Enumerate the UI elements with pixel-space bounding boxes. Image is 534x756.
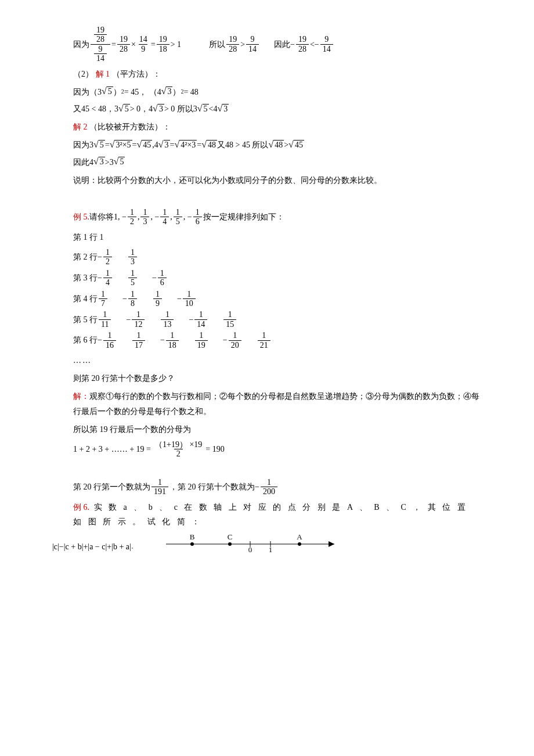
so-row19: 所以第 19 行最后一个数的分母为 [73,422,482,437]
solution-label: 解： [73,392,89,401]
radicand-compare: 因为 3√5 = √3²×5 = √45 , 4√3 = √4²×3 = √48… [73,138,482,152]
abs-expression: |c|−|c + b|+|a − c|+|b + a| [52,539,131,554]
example-6-expr-row: |c|−|c + b|+|a − c|+|b + a| 。 B C 0 1 A [52,532,482,560]
svg-point-6 [298,542,301,546]
example-6-label: 例 6. [73,503,89,512]
row-3: 第 3 行 −14 15 −16 [73,269,482,287]
line-because-fraction: 因为 1928 914 = 1928 × 149 = 1918 > 1 所以 1… [73,26,482,63]
part2-sol1-label: （2） 解 1 （平方法）： [73,67,482,81]
sol2-label: 解 2 （比较被开方数法）： [73,120,482,134]
svg-marker-1 [329,541,334,547]
row-1: 第 1 行 1 [73,230,482,244]
point-B: B [190,532,195,541]
row-6: 第 6 行 −116 117 −118 119 −120 121 [73,331,482,350]
example-5-label: 例 5. [73,210,89,224]
explanation: 说明：比较两个分数的大小，还可以化为小数或同分子的分数、同分母的分数来比较。 [73,173,482,188]
row-4: 第 4 行 17 −18 19 −110 [73,290,482,308]
therefore-line: 因此 4√3 > 3√5 [73,155,482,170]
svg-point-4 [190,542,194,546]
row-5: 第 5 行 111 −112 113 −114 115 [73,310,482,329]
example-5: 例 5. 请你将 1, − 12 , 13 , − 14 , 15 , − 16… [73,208,482,226]
question-row20: 则第 20 行第十个数是多少？ [73,371,482,386]
solution-1-label: 解 1 [96,70,110,78]
point-C: C [228,532,233,541]
big-fraction: 1928 914 [91,26,110,63]
point-A: A [297,532,302,541]
ellipsis: …… [73,353,482,368]
example-6: 例 6. 实 数 a 、 b 、 c 在 数 轴 上 对 应 的 点 分 别 是… [73,500,482,529]
solution-2-label: 解 2 [73,123,88,131]
number-line-diagram: B C 0 1 A [160,532,346,560]
observation: 解：观察①每行的数的个数与行数相同；②每个数的分母都是自然数呈递增趋势；③分母为… [73,389,482,418]
compare-45-48: 又45 < 48， 3√5 > 0， 4√3 > 0 所以 3√5 < 4√3 [73,102,482,116]
row-2: 第 2 行 −12 13 [73,248,482,267]
squares-line: 因为（ 3 √5 ）2 = 45， （ 4 √3 ）2 = 48 [73,85,482,99]
sum-formula: 1 + 2 + 3 + …… + 19 = （1+19） ×192 = 190 [73,440,482,459]
tick-1: 1 [269,545,273,554]
text: 因为 [73,37,89,52]
tick-0: 0 [248,545,252,554]
svg-point-5 [228,542,232,546]
row20-answer: 第 20 行第一个数就为 1191 ，第 20 行第十个数就为 − 1200 [73,478,482,496]
